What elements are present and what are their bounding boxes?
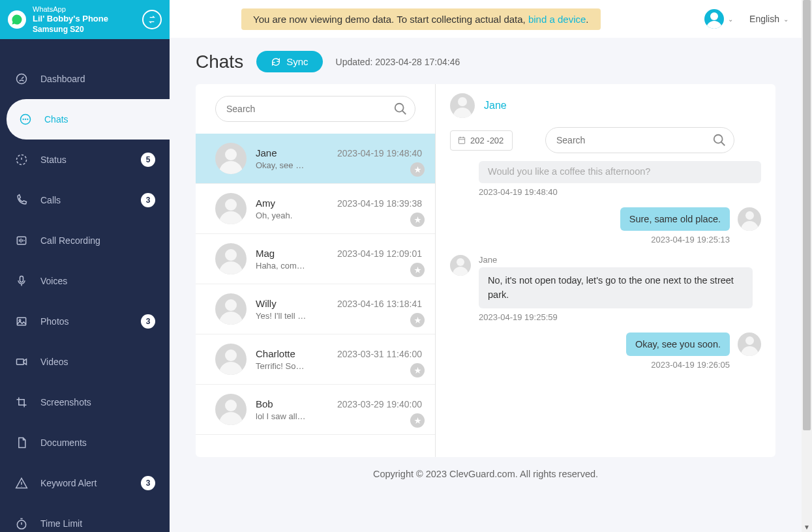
chat-preview: Oh, yeah.	[256, 211, 340, 220]
message-search-box	[545, 127, 734, 153]
avatar-icon	[215, 193, 247, 224]
star-icon[interactable]	[410, 363, 425, 377]
chat-name: Bob	[256, 398, 273, 409]
nav-chats[interactable]: Chats	[7, 99, 170, 140]
nav-screenshots[interactable]: Screenshots	[0, 382, 170, 422]
message-time: 2023-04-19 19:25:59	[479, 312, 753, 322]
star-icon[interactable]	[410, 213, 425, 227]
chat-panel-header: Jane	[436, 84, 775, 127]
star-icon[interactable]	[410, 263, 425, 277]
message-bubble: No, it's not open today, let's go to the…	[479, 267, 753, 309]
avatar-icon	[738, 207, 761, 231]
user-menu[interactable]: ⌄	[704, 9, 733, 29]
search-icon[interactable]	[712, 133, 727, 147]
chat-panel: Jane 202 -202 Would you like a coffee th…	[436, 84, 775, 457]
demo-banner: You are now viewing demo data. To start …	[241, 8, 601, 30]
chat-time: 2023-03-31 11:46:00	[337, 349, 422, 359]
nav-photos[interactable]: Photos 3	[0, 301, 170, 342]
star-icon[interactable]	[410, 313, 425, 327]
avatar-icon	[215, 243, 247, 274]
footer-copyright: Copyright © 2023 ClevGuard.com. All righ…	[196, 457, 775, 479]
sync-button[interactable]: Sync	[256, 51, 322, 72]
star-icon[interactable]	[410, 413, 425, 428]
chat-preview: Yes! I'll tell …	[256, 311, 340, 321]
nav-dashboard[interactable]: Dashboard	[0, 59, 170, 99]
date-range-value: 202 -202	[470, 136, 504, 145]
nav-label: Status	[40, 155, 67, 165]
nav-voices[interactable]: Voices	[0, 261, 170, 301]
date-range-input[interactable]: 202 -202	[450, 130, 513, 151]
svg-point-3	[25, 119, 26, 120]
nav-call-recording[interactable]: Call Recording	[0, 220, 170, 261]
chat-name: Charlotte	[256, 348, 295, 359]
chevron-down-icon: ⌄	[783, 16, 789, 23]
device-info: WhatsApp Lil' Bobby's Phone Samsung S20	[33, 5, 142, 35]
chat-name: Willy	[256, 298, 277, 309]
message-incoming: Would you like a coffee this afternoon? …	[450, 161, 761, 197]
chat-item-mag[interactable]: Mag2023-04-19 12:09:01 Haha, com…	[196, 234, 435, 284]
search-icon[interactable]	[393, 102, 408, 116]
sidebar: WhatsApp Lil' Bobby's Phone Samsung S20 …	[0, 0, 170, 532]
chat-item-jane[interactable]: Jane2023-04-19 19:48:40 Okay, see …	[196, 134, 435, 184]
star-icon[interactable]	[410, 162, 425, 177]
nav-documents[interactable]: Documents	[0, 422, 170, 463]
chat-time: 2023-04-19 19:48:40	[337, 148, 422, 158]
message-sender: Jane	[479, 255, 753, 265]
nav-keyword-alert[interactable]: Keyword Alert 3	[0, 463, 170, 503]
image-icon	[14, 314, 29, 329]
nav-time-limit[interactable]: Time Limit	[0, 503, 170, 532]
nav-label: Dashboard	[40, 74, 85, 84]
chat-item-willy[interactable]: Willy2023-04-16 13:18:41 Yes! I'll tell …	[196, 284, 435, 334]
main-content: Chats Sync Updated: 2023-04-28 17:04:46 …	[170, 38, 802, 532]
scrollbar-track[interactable]: ▼	[802, 0, 812, 532]
nav-label: Calls	[40, 195, 61, 205]
avatar-icon	[215, 394, 247, 425]
message-search-input[interactable]	[545, 127, 734, 153]
chat-time: 2023-03-29 19:40:00	[337, 399, 422, 409]
avatar-icon	[215, 293, 247, 325]
nav-label: Voices	[40, 276, 67, 286]
chat-contact-name: Jane	[484, 100, 507, 111]
document-icon	[14, 436, 29, 450]
chat-search-input[interactable]	[215, 96, 415, 122]
avatar-icon	[215, 143, 247, 174]
message-bubble: Sure, same old place.	[620, 207, 730, 231]
svg-point-2	[23, 119, 23, 120]
svg-rect-13	[459, 138, 464, 143]
message-incoming: Jane No, it's not open today, let's go t…	[450, 255, 761, 323]
avatar-icon	[450, 255, 471, 276]
nav-label: Screenshots	[40, 397, 91, 407]
message-time: 2023-04-19 19:26:05	[626, 360, 730, 370]
chat-item-bob[interactable]: Bob2023-03-29 19:40:00 lol I saw all…	[196, 385, 435, 435]
user-avatar-icon	[704, 9, 724, 29]
nav-badge: 3	[141, 193, 155, 207]
nav-videos[interactable]: Videos	[0, 342, 170, 382]
message-outgoing: Okay, see you soon. 2023-04-19 19:26:05	[450, 332, 761, 370]
avatar-icon	[215, 344, 247, 375]
scrollbar-thumb[interactable]	[803, 0, 811, 430]
nav-calls[interactable]: Calls 3	[0, 180, 170, 220]
message-bubble: Okay, see you soon.	[626, 332, 730, 356]
svg-rect-10	[17, 359, 24, 364]
chat-preview: Okay, see …	[256, 160, 340, 170]
nav-status[interactable]: Status 5	[0, 140, 170, 180]
alert-icon	[14, 476, 29, 490]
nav-badge: 3	[141, 476, 155, 490]
refresh-icon	[271, 57, 281, 67]
mic-icon	[14, 274, 29, 288]
video-icon	[14, 355, 29, 369]
chat-filters: 202 -202	[436, 127, 775, 161]
svg-rect-8	[17, 318, 25, 325]
chat-item-charlotte[interactable]: Charlotte2023-03-31 11:46:00 Terrific! S…	[196, 334, 435, 385]
chat-item-amy[interactable]: Amy2023-04-19 18:39:38 Oh, yeah.	[196, 184, 435, 234]
page-header: Chats Sync Updated: 2023-04-28 17:04:46	[196, 51, 775, 72]
scrollbar-down-arrow[interactable]: ▼	[802, 522, 812, 532]
chat-time: 2023-04-19 12:09:01	[337, 248, 422, 259]
svg-point-4	[27, 119, 28, 120]
bind-device-link[interactable]: bind a device	[528, 14, 586, 25]
messages-area[interactable]: Would you like a coffee this afternoon? …	[436, 161, 775, 457]
recording-icon	[14, 233, 29, 248]
language-selector[interactable]: English ⌄	[749, 14, 789, 24]
app-name: WhatsApp	[33, 5, 142, 14]
swap-device-icon[interactable]	[142, 10, 162, 29]
